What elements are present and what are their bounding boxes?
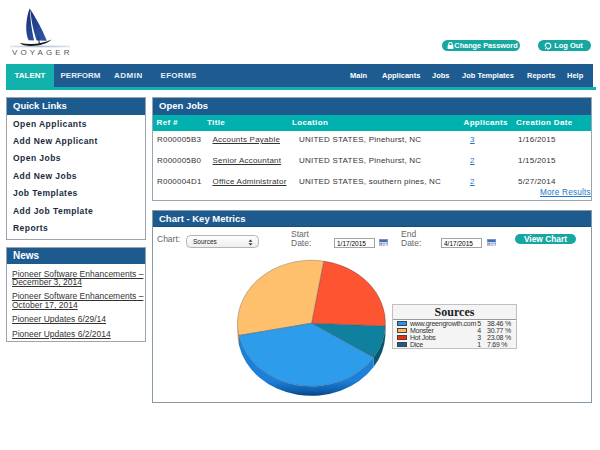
svg-text:VOYAGER: VOYAGER <box>12 48 73 57</box>
